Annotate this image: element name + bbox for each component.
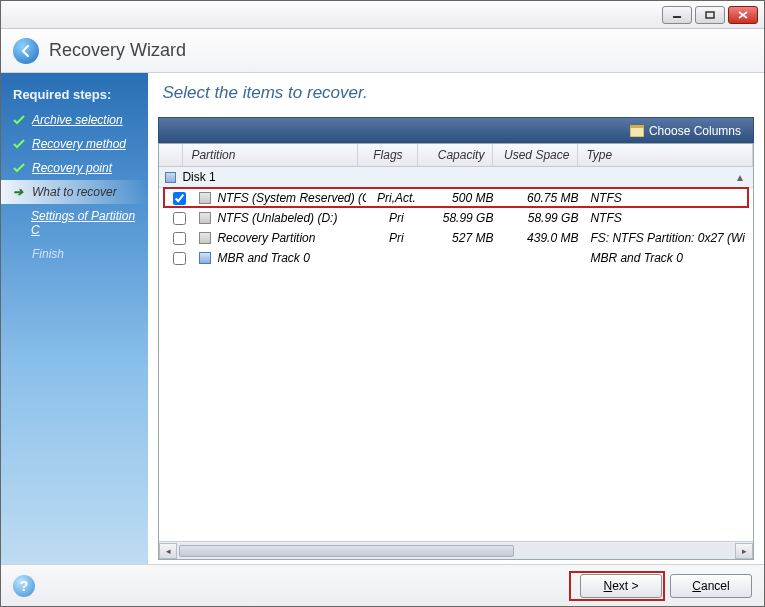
- check-icon: [13, 162, 27, 174]
- col-partition[interactable]: Partition: [183, 144, 358, 166]
- minimize-button[interactable]: [662, 6, 692, 24]
- close-button[interactable]: [728, 6, 758, 24]
- partition-row[interactable]: MBR and Track 0 MBR and Track 0: [159, 248, 753, 268]
- selection-highlight: [163, 187, 749, 208]
- col-capacity[interactable]: Capacity: [418, 144, 493, 166]
- partition-name: Recovery Partition: [217, 231, 315, 245]
- wizard-footer: ? Next > Cancel: [1, 564, 764, 606]
- partition-type: MBR and Track 0: [586, 251, 753, 265]
- grid-toolbar: Choose Columns: [158, 117, 754, 143]
- col-used-space[interactable]: Used Space: [493, 144, 578, 166]
- partition-type: NTFS: [586, 211, 753, 225]
- check-icon: [13, 114, 27, 126]
- partition-row[interactable]: NTFS (Unlabeled) (D:) Pri 58.99 GB 58.99…: [159, 208, 753, 228]
- partition-grid: Partition Flags Capacity Used Space Type…: [158, 143, 754, 560]
- grid-body: Disk 1 ▴ NTFS (System Reserved) (C:) Pri…: [159, 167, 753, 541]
- partition-type: FS: NTFS Partition: 0x27 (Wi: [586, 231, 753, 245]
- choose-columns-label: Choose Columns: [649, 124, 741, 138]
- scroll-right-button[interactable]: ▸: [735, 543, 753, 559]
- svg-rect-3: [630, 125, 644, 128]
- sidebar-title: Required steps:: [1, 83, 148, 108]
- step-link[interactable]: Archive selection: [32, 113, 123, 127]
- horizontal-scrollbar[interactable]: ◂ ▸: [159, 541, 753, 559]
- partition-icon: [199, 232, 211, 244]
- wizard-header: Recovery Wizard: [1, 29, 764, 73]
- col-flags[interactable]: Flags: [358, 144, 418, 166]
- window-titlebar: [1, 1, 764, 29]
- maximize-button[interactable]: [695, 6, 725, 24]
- row-checkbox[interactable]: [173, 212, 186, 225]
- help-button[interactable]: ?: [13, 575, 35, 597]
- step-settings-partition-c[interactable]: Settings of Partition C: [1, 204, 148, 242]
- partition-icon: [199, 212, 211, 224]
- col-checkbox[interactable]: [159, 144, 183, 166]
- partition-capacity: 527 MB: [426, 231, 501, 245]
- scroll-thumb[interactable]: [179, 545, 514, 557]
- grid-header: Partition Flags Capacity Used Space Type: [159, 144, 753, 167]
- step-finish: Finish: [1, 242, 148, 266]
- step-link[interactable]: Settings of Partition C: [31, 209, 136, 237]
- disk-icon: [165, 172, 176, 183]
- cancel-button[interactable]: Cancel: [670, 574, 752, 598]
- step-what-to-recover: ➔ What to recover: [1, 180, 148, 204]
- step-link[interactable]: Recovery method: [32, 137, 126, 151]
- partition-flags: Pri: [366, 211, 426, 225]
- partition-name: NTFS (Unlabeled) (D:): [217, 211, 337, 225]
- svg-rect-1: [706, 12, 714, 18]
- partition-used: 439.0 MB: [501, 231, 586, 245]
- partition-capacity: 58.99 GB: [426, 211, 501, 225]
- check-icon: [13, 138, 27, 150]
- back-button[interactable]: [13, 38, 39, 64]
- wizard-title: Recovery Wizard: [49, 40, 186, 61]
- mbr-icon: [199, 252, 211, 264]
- row-checkbox[interactable]: [173, 252, 186, 265]
- partition-used: 58.99 GB: [501, 211, 586, 225]
- partition-name: MBR and Track 0: [217, 251, 309, 265]
- collapse-icon[interactable]: ▴: [737, 170, 743, 184]
- step-label: What to recover: [32, 185, 117, 199]
- step-recovery-point[interactable]: Recovery point: [1, 156, 148, 180]
- scroll-track[interactable]: [177, 543, 735, 559]
- columns-icon: [630, 125, 644, 137]
- arrow-icon: ➔: [13, 185, 27, 199]
- step-archive-selection[interactable]: Archive selection: [1, 108, 148, 132]
- page-title: Select the items to recover.: [158, 83, 754, 103]
- scroll-left-button[interactable]: ◂: [159, 543, 177, 559]
- disk-label: Disk 1: [182, 170, 215, 184]
- col-type[interactable]: Type: [578, 144, 753, 166]
- content-pane: Select the items to recover. Choose Colu…: [148, 73, 764, 564]
- row-checkbox[interactable]: [173, 232, 186, 245]
- disk-group-row[interactable]: Disk 1 ▴: [159, 167, 753, 188]
- svg-rect-0: [673, 16, 681, 18]
- partition-flags: Pri: [366, 231, 426, 245]
- step-recovery-method[interactable]: Recovery method: [1, 132, 148, 156]
- choose-columns-button[interactable]: Choose Columns: [618, 118, 753, 143]
- step-sidebar: Required steps: Archive selection Recove…: [1, 73, 148, 564]
- step-link[interactable]: Recovery point: [32, 161, 112, 175]
- partition-row[interactable]: Recovery Partition Pri 527 MB 439.0 MB F…: [159, 228, 753, 248]
- step-label: Finish: [13, 247, 64, 261]
- next-highlight: [569, 571, 665, 601]
